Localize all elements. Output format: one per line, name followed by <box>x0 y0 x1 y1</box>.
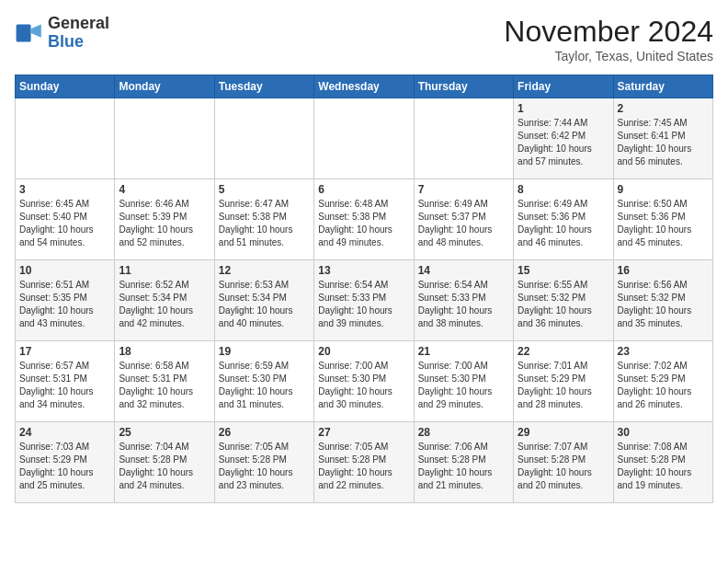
calendar-cell: 19Sunrise: 6:59 AM Sunset: 5:30 PM Dayli… <box>214 341 313 422</box>
day-number: 3 <box>19 183 110 196</box>
cell-text: Sunrise: 7:00 AM Sunset: 5:30 PM Dayligh… <box>418 360 509 411</box>
day-number: 18 <box>119 345 210 358</box>
calendar-cell: 29Sunrise: 7:07 AM Sunset: 5:28 PM Dayli… <box>514 422 613 503</box>
day-number: 16 <box>618 264 709 277</box>
logo-blue: Blue <box>48 33 109 52</box>
calendar-cell: 18Sunrise: 6:58 AM Sunset: 5:31 PM Dayli… <box>115 341 214 422</box>
cell-text: Sunrise: 6:45 AM Sunset: 5:40 PM Dayligh… <box>19 198 110 249</box>
cell-text: Sunrise: 6:46 AM Sunset: 5:39 PM Dayligh… <box>119 198 210 249</box>
logo: General Blue <box>15 15 109 52</box>
calendar-cell: 4Sunrise: 6:46 AM Sunset: 5:39 PM Daylig… <box>115 179 214 260</box>
calendar-cell <box>414 98 513 179</box>
day-number: 30 <box>618 426 709 439</box>
day-number: 25 <box>119 426 210 439</box>
week-row-2: 10Sunrise: 6:51 AM Sunset: 5:35 PM Dayli… <box>16 260 713 341</box>
day-number: 10 <box>19 264 110 277</box>
day-number: 17 <box>19 345 110 358</box>
calendar-cell: 10Sunrise: 6:51 AM Sunset: 5:35 PM Dayli… <box>16 260 115 341</box>
day-number: 11 <box>119 264 210 277</box>
calendar-cell: 1Sunrise: 7:44 AM Sunset: 6:42 PM Daylig… <box>514 98 613 179</box>
day-number: 28 <box>418 426 509 439</box>
cell-text: Sunrise: 6:52 AM Sunset: 5:34 PM Dayligh… <box>119 279 210 330</box>
calendar-cell: 8Sunrise: 6:49 AM Sunset: 5:36 PM Daylig… <box>514 179 613 260</box>
cell-text: Sunrise: 6:49 AM Sunset: 5:36 PM Dayligh… <box>518 198 609 249</box>
week-row-0: 1Sunrise: 7:44 AM Sunset: 6:42 PM Daylig… <box>16 98 713 179</box>
cell-text: Sunrise: 7:05 AM Sunset: 5:28 PM Dayligh… <box>318 441 409 492</box>
cell-text: Sunrise: 7:05 AM Sunset: 5:28 PM Dayligh… <box>219 441 310 492</box>
calendar-cell: 5Sunrise: 6:47 AM Sunset: 5:38 PM Daylig… <box>214 179 313 260</box>
calendar-cell: 21Sunrise: 7:00 AM Sunset: 5:30 PM Dayli… <box>414 341 513 422</box>
cell-text: Sunrise: 6:55 AM Sunset: 5:32 PM Dayligh… <box>518 279 609 330</box>
calendar-cell: 23Sunrise: 7:02 AM Sunset: 5:29 PM Dayli… <box>613 341 712 422</box>
calendar-cell: 17Sunrise: 6:57 AM Sunset: 5:31 PM Dayli… <box>16 341 115 422</box>
day-number: 24 <box>19 426 110 439</box>
calendar-cell: 13Sunrise: 6:54 AM Sunset: 5:33 PM Dayli… <box>314 260 414 341</box>
calendar-cell: 30Sunrise: 7:08 AM Sunset: 5:28 PM Dayli… <box>613 422 712 503</box>
calendar-cell <box>16 98 115 179</box>
calendar-cell: 16Sunrise: 6:56 AM Sunset: 5:32 PM Dayli… <box>613 260 712 341</box>
day-number: 19 <box>219 345 310 358</box>
day-number: 29 <box>518 426 609 439</box>
day-number: 4 <box>119 183 210 196</box>
cell-text: Sunrise: 6:53 AM Sunset: 5:34 PM Dayligh… <box>219 279 310 330</box>
cell-text: Sunrise: 7:45 AM Sunset: 6:41 PM Dayligh… <box>618 117 709 168</box>
day-number: 15 <box>518 264 609 277</box>
col-tuesday: Tuesday <box>214 75 313 98</box>
cell-text: Sunrise: 6:54 AM Sunset: 5:33 PM Dayligh… <box>318 279 409 330</box>
day-number: 9 <box>618 183 709 196</box>
calendar-cell: 11Sunrise: 6:52 AM Sunset: 5:34 PM Dayli… <box>115 260 214 341</box>
calendar-cell: 24Sunrise: 7:03 AM Sunset: 5:29 PM Dayli… <box>16 422 115 503</box>
calendar-header: Sunday Monday Tuesday Wednesday Thursday… <box>16 75 713 98</box>
calendar-cell: 26Sunrise: 7:05 AM Sunset: 5:28 PM Dayli… <box>214 422 313 503</box>
cell-text: Sunrise: 6:50 AM Sunset: 5:36 PM Dayligh… <box>618 198 709 249</box>
calendar-body: 1Sunrise: 7:44 AM Sunset: 6:42 PM Daylig… <box>16 98 713 503</box>
week-row-1: 3Sunrise: 6:45 AM Sunset: 5:40 PM Daylig… <box>16 179 713 260</box>
location: Taylor, Texas, United States <box>504 49 713 63</box>
day-number: 7 <box>418 183 509 196</box>
day-number: 26 <box>219 426 310 439</box>
cell-text: Sunrise: 6:51 AM Sunset: 5:35 PM Dayligh… <box>19 279 110 330</box>
page-header: General Blue November 2024 Taylor, Texas… <box>15 15 713 63</box>
day-number: 22 <box>518 345 609 358</box>
day-number: 2 <box>618 102 709 115</box>
cell-text: Sunrise: 7:44 AM Sunset: 6:42 PM Dayligh… <box>518 117 609 168</box>
cell-text: Sunrise: 6:47 AM Sunset: 5:38 PM Dayligh… <box>219 198 310 249</box>
cell-text: Sunrise: 7:04 AM Sunset: 5:28 PM Dayligh… <box>119 441 210 492</box>
logo-general: General <box>48 15 109 33</box>
cell-text: Sunrise: 7:08 AM Sunset: 5:28 PM Dayligh… <box>618 441 709 492</box>
calendar-cell: 7Sunrise: 6:49 AM Sunset: 5:37 PM Daylig… <box>414 179 513 260</box>
calendar-cell: 22Sunrise: 7:01 AM Sunset: 5:29 PM Dayli… <box>514 341 613 422</box>
cell-text: Sunrise: 7:06 AM Sunset: 5:28 PM Dayligh… <box>418 441 509 492</box>
cell-text: Sunrise: 7:03 AM Sunset: 5:29 PM Dayligh… <box>19 441 110 492</box>
cell-text: Sunrise: 7:00 AM Sunset: 5:30 PM Dayligh… <box>318 360 409 411</box>
col-thursday: Thursday <box>414 75 513 98</box>
week-row-4: 24Sunrise: 7:03 AM Sunset: 5:29 PM Dayli… <box>16 422 713 503</box>
month-title: November 2024 <box>504 15 713 49</box>
calendar-cell <box>115 98 214 179</box>
cell-text: Sunrise: 6:58 AM Sunset: 5:31 PM Dayligh… <box>119 360 210 411</box>
calendar-cell: 27Sunrise: 7:05 AM Sunset: 5:28 PM Dayli… <box>314 422 414 503</box>
logo-icon <box>15 18 44 48</box>
calendar-table: Sunday Monday Tuesday Wednesday Thursday… <box>15 75 713 503</box>
calendar-cell: 2Sunrise: 7:45 AM Sunset: 6:41 PM Daylig… <box>613 98 712 179</box>
day-number: 5 <box>219 183 310 196</box>
cell-text: Sunrise: 6:59 AM Sunset: 5:30 PM Dayligh… <box>219 360 310 411</box>
cell-text: Sunrise: 6:48 AM Sunset: 5:38 PM Dayligh… <box>318 198 409 249</box>
calendar-cell: 14Sunrise: 6:54 AM Sunset: 5:33 PM Dayli… <box>414 260 513 341</box>
cell-text: Sunrise: 7:02 AM Sunset: 5:29 PM Dayligh… <box>618 360 709 411</box>
day-number: 23 <box>618 345 709 358</box>
calendar-cell: 12Sunrise: 6:53 AM Sunset: 5:34 PM Dayli… <box>214 260 313 341</box>
calendar-cell: 6Sunrise: 6:48 AM Sunset: 5:38 PM Daylig… <box>314 179 414 260</box>
day-number: 13 <box>318 264 409 277</box>
calendar-cell: 20Sunrise: 7:00 AM Sunset: 5:30 PM Dayli… <box>314 341 414 422</box>
calendar-cell: 28Sunrise: 7:06 AM Sunset: 5:28 PM Dayli… <box>414 422 513 503</box>
header-row: Sunday Monday Tuesday Wednesday Thursday… <box>16 75 713 98</box>
logo-text: General Blue <box>48 15 109 52</box>
col-wednesday: Wednesday <box>314 75 414 98</box>
calendar-cell: 25Sunrise: 7:04 AM Sunset: 5:28 PM Dayli… <box>115 422 214 503</box>
day-number: 21 <box>418 345 509 358</box>
svg-rect-0 <box>17 24 31 41</box>
cell-text: Sunrise: 7:07 AM Sunset: 5:28 PM Dayligh… <box>518 441 609 492</box>
calendar-cell: 3Sunrise: 6:45 AM Sunset: 5:40 PM Daylig… <box>16 179 115 260</box>
col-monday: Monday <box>115 75 214 98</box>
